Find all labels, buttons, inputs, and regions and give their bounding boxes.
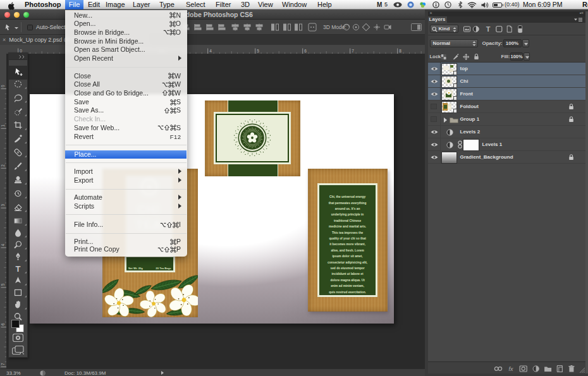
svg-text:1: 1 (1, 124, 5, 127)
svg-text:3: 3 (1, 204, 5, 207)
svg-text:T: T (486, 25, 490, 33)
svg-text:7: 7 (1, 363, 5, 365)
svg-text:7: 7 (352, 49, 354, 53)
svg-text:5: 5 (257, 49, 259, 53)
svg-text:4: 4 (1, 243, 5, 246)
svg-text:fx: fx (508, 366, 513, 372)
svg-text:5: 5 (1, 283, 5, 286)
svg-text:0: 0 (1, 85, 5, 87)
svg-text:8: 8 (399, 49, 401, 53)
svg-text:T: T (16, 264, 21, 274)
svg-text:6: 6 (1, 323, 5, 325)
svg-text:4: 4 (209, 49, 212, 53)
svg-text:6: 6 (304, 49, 307, 53)
svg-text:2: 2 (1, 164, 5, 167)
